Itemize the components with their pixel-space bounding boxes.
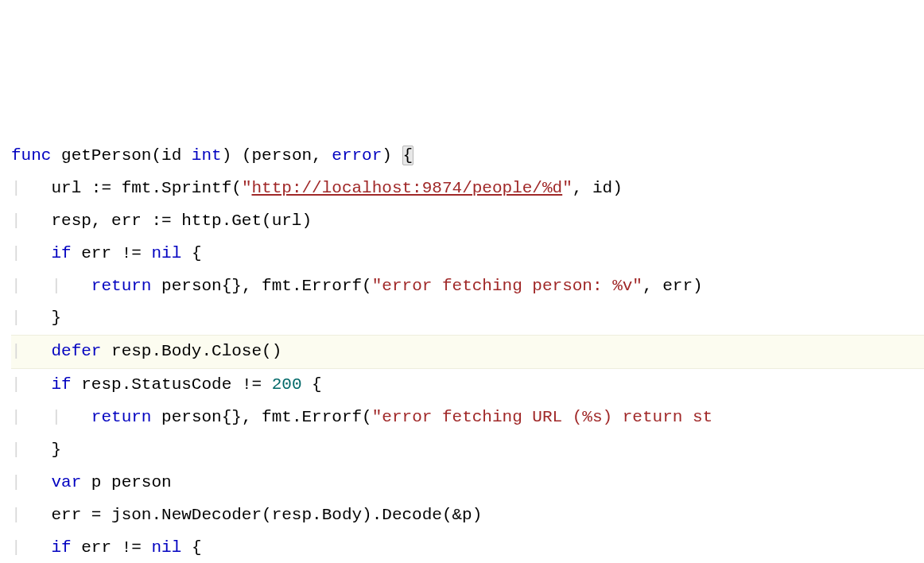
token-plain: resp, err := http.Get(url) [51, 212, 312, 230]
code-editor[interactable]: func getPerson(id int) (person, error) {… [11, 140, 924, 563]
token-plain: { [181, 244, 201, 262]
code-line[interactable]: | defer resp.Body.Close() [11, 335, 924, 369]
code-line[interactable]: | } [11, 302, 924, 335]
token-brace-highlight: { [402, 146, 414, 165]
token-plain: } [51, 441, 61, 459]
token-url: http://localhost:9874/people/%d [251, 179, 562, 197]
token-kw: if [51, 244, 71, 262]
token-plain: , id) [573, 179, 623, 197]
token-kw: nil [151, 244, 181, 262]
code-line[interactable]: | | return person{}, fmt.Errorf("error f… [11, 402, 924, 434]
token-plain: } [51, 309, 61, 327]
token-kw: return [91, 277, 152, 295]
token-str: " [562, 179, 573, 197]
token-plain: { [302, 375, 322, 394]
token-str: "error fetching person: %v" [372, 277, 643, 295]
token-plain: err = json.NewDecoder(resp.Body).Decode(… [51, 506, 482, 524]
token-plain: p person [81, 473, 171, 491]
token-type: error [332, 146, 382, 165]
code-line[interactable]: | if err != nil { [11, 532, 924, 563]
code-line[interactable]: | | return person{}, fmt.Errorf("error f… [11, 270, 924, 303]
token-plain: person{}, fmt.Errorf( [151, 277, 371, 295]
token-plain: , err) [643, 277, 703, 295]
token-kw: nil [151, 538, 181, 557]
code-line[interactable]: | if resp.StatusCode != 200 { [11, 369, 924, 402]
code-line[interactable]: func getPerson(id int) (person, error) { [11, 140, 924, 173]
code-line[interactable]: | url := fmt.Sprintf("http://localhost:9… [11, 173, 924, 205]
token-kw: if [51, 375, 71, 394]
token-kw: defer [51, 342, 101, 360]
code-line[interactable]: | err = json.NewDecoder(resp.Body).Decod… [11, 499, 924, 532]
token-plain: err != [72, 244, 152, 262]
code-line[interactable]: | } [11, 434, 924, 467]
token-str: " [242, 179, 252, 197]
code-line[interactable]: | var p person [11, 467, 924, 499]
token-kw: var [51, 473, 81, 491]
token-plain: resp.StatusCode != [72, 375, 272, 394]
token-plain: url := fmt.Sprintf( [51, 179, 241, 197]
code-line[interactable]: | resp, err := http.Get(url) [11, 205, 924, 238]
token-plain: { [181, 538, 201, 557]
token-plain: person{}, fmt.Errorf( [151, 408, 371, 426]
token-type: int [192, 146, 222, 165]
token-num: 200 [272, 375, 302, 394]
token-str: "error fetching URL (%s) return st [372, 408, 712, 426]
token-kw: return [91, 408, 152, 426]
token-plain: ) (person, [222, 146, 332, 165]
token-kw: func [11, 146, 51, 165]
token-plain: err != [72, 538, 152, 557]
token-kw: if [51, 538, 71, 557]
code-line[interactable]: | if err != nil { [11, 238, 924, 270]
token-plain: getPerson(id [51, 146, 191, 165]
token-plain: ) [382, 146, 402, 165]
token-plain: resp.Body.Close() [101, 342, 281, 360]
